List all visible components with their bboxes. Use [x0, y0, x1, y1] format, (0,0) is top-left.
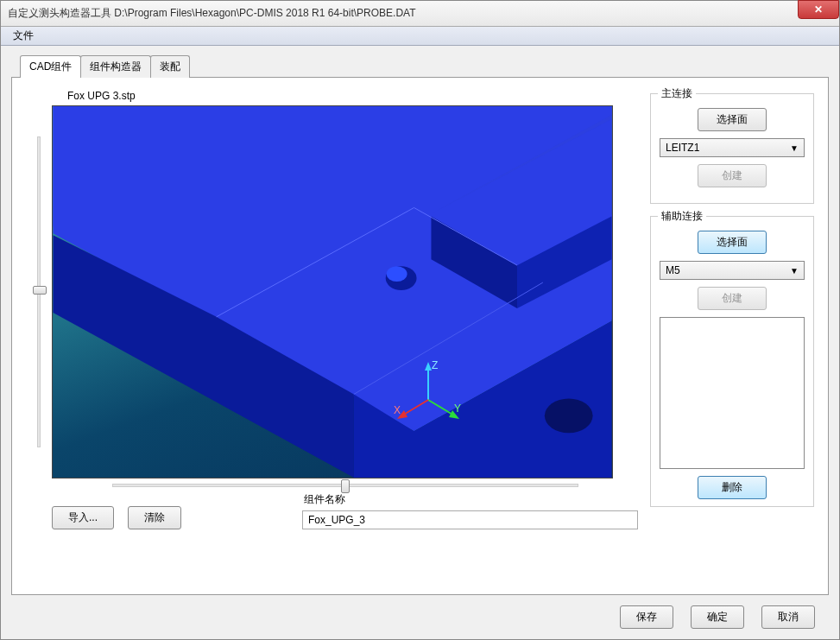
- tab-component-builder[interactable]: 组件构造器: [80, 55, 151, 78]
- main-connection-type-value: LEITZ1: [666, 142, 699, 154]
- main-connection-group: 主连接 选择面 LEITZ1 ▼ 创建: [650, 93, 814, 204]
- horizontal-slider[interactable]: [112, 484, 578, 487]
- aux-select-face-button[interactable]: 选择面: [698, 231, 767, 254]
- component-name-input[interactable]: [302, 510, 638, 529]
- menubar: 文件: [1, 27, 839, 46]
- component-name-label: 组件名称: [304, 492, 638, 507]
- tab-assembly[interactable]: 装配: [150, 55, 190, 78]
- cad-model-cross: [53, 106, 612, 478]
- vertical-slider-thumb[interactable]: [33, 286, 47, 295]
- main-connection-label: 主连接: [658, 86, 696, 101]
- chevron-down-icon: ▼: [790, 266, 804, 276]
- cad-3d-viewport[interactable]: Z Y X: [52, 105, 613, 478]
- tab-panel-cad: Fox UPG 3.stp: [11, 77, 829, 595]
- cad-filename: Fox UPG 3.stp: [67, 90, 638, 102]
- save-button[interactable]: 保存: [620, 605, 673, 629]
- aux-create-button: 创建: [698, 287, 767, 310]
- aux-connection-label: 辅助连接: [658, 209, 706, 224]
- window-title: 自定义测头构造器工具 D:\Program Files\Hexagon\PC-D…: [8, 6, 416, 21]
- svg-point-17: [387, 266, 407, 282]
- tab-cad-component[interactable]: CAD组件: [20, 55, 81, 78]
- tab-strip: CAD组件 组件构造器 装配: [20, 54, 829, 77]
- aux-connection-group: 辅助连接 选择面 M5 ▼ 创建 删除: [650, 216, 814, 507]
- close-icon: ✕: [814, 3, 823, 16]
- aux-connection-type-select[interactable]: M5 ▼: [660, 261, 805, 280]
- vertical-slider[interactable]: [26, 105, 52, 478]
- vertical-slider-track[interactable]: [37, 136, 41, 447]
- clear-button[interactable]: 清除: [128, 506, 181, 529]
- aux-connection-listbox[interactable]: [660, 317, 805, 469]
- chevron-down-icon: ▼: [790, 143, 804, 153]
- main-create-button: 创建: [698, 164, 767, 187]
- menu-file[interactable]: 文件: [6, 27, 41, 45]
- main-select-face-button[interactable]: 选择面: [698, 108, 767, 131]
- titlebar[interactable]: 自定义测头构造器工具 D:\Program Files\Hexagon\PC-D…: [1, 1, 839, 27]
- close-button[interactable]: ✕: [798, 0, 839, 19]
- aux-connection-type-value: M5: [666, 264, 680, 276]
- horizontal-slider-thumb[interactable]: [341, 479, 350, 493]
- window-root: 自定义测头构造器工具 D:\Program Files\Hexagon\PC-D…: [0, 0, 840, 640]
- cancel-button[interactable]: 取消: [761, 605, 815, 629]
- content-area: CAD组件 组件构造器 装配 Fox UPG 3.stp: [1, 46, 839, 639]
- import-button[interactable]: 导入...: [52, 506, 114, 529]
- main-connection-type-select[interactable]: LEITZ1 ▼: [660, 138, 805, 157]
- aux-delete-button[interactable]: 删除: [698, 476, 767, 499]
- ok-button[interactable]: 确定: [691, 605, 744, 629]
- svg-point-15: [545, 398, 593, 433]
- dialog-footer: 保存 确定 取消: [11, 595, 829, 630]
